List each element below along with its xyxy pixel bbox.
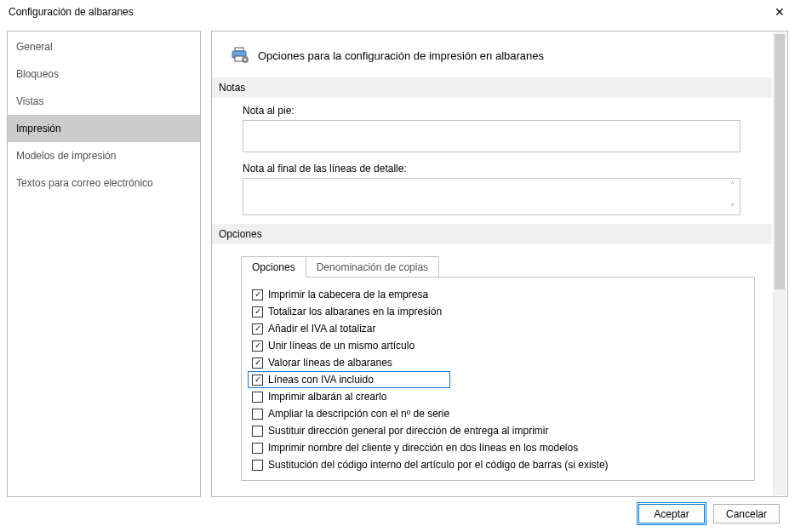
accept-button-label: Aceptar: [654, 508, 689, 520]
scrollbar[interactable]: [773, 32, 786, 495]
close-icon[interactable]: ✕: [771, 3, 788, 20]
tabs: OpcionesDenominación de copias: [241, 256, 764, 277]
label-nota-pie: Nota al pie:: [243, 105, 764, 117]
check-label-6: Imprimir albarán al crearlo: [268, 390, 386, 403]
svg-point-4: [244, 59, 247, 61]
check-row-10[interactable]: Sustitución del código interno del artíc…: [252, 456, 744, 473]
check-label-5: Líneas con IVA incluido: [268, 373, 374, 386]
accept-button[interactable]: Aceptar: [638, 504, 705, 523]
check-label-8: Sustituir dirección general por direcció…: [268, 424, 548, 438]
dialog-footer: Aceptar Cancelar: [0, 497, 795, 532]
tab-panel-opciones: ✓Imprimir la cabecera de la empresa✓Tota…: [241, 277, 755, 481]
section-opciones-header: Opciones: [212, 224, 772, 244]
checkbox-9[interactable]: [252, 443, 263, 454]
label-nota-final: Nota al final de las líneas de detalle:: [243, 163, 764, 174]
content: GeneralBloqueosVistasImpresiónModelos de…: [0, 24, 795, 497]
sidebar-item-0[interactable]: General: [8, 33, 200, 60]
sidebar: GeneralBloqueosVistasImpresiónModelos de…: [7, 31, 201, 497]
page-heading: Opciones para la configuración de impres…: [258, 49, 544, 62]
check-row-3[interactable]: ✓Unir líneas de un mismo artículo: [252, 337, 744, 354]
printer-gear-icon: [231, 47, 249, 64]
field-nota-final: Nota al final de las líneas de detalle: …: [227, 161, 764, 224]
input-nota-pie[interactable]: [243, 120, 741, 152]
check-label-4: Valorar líneas de albaranes: [268, 356, 392, 369]
sidebar-item-4[interactable]: Modelos de impresión: [8, 142, 200, 169]
input-nota-final[interactable]: ˄ ˅: [243, 178, 741, 215]
check-row-0[interactable]: ✓Imprimir la cabecera de la empresa: [252, 286, 744, 303]
checkbox-1[interactable]: ✓: [252, 306, 263, 317]
check-label-0: Imprimir la cabecera de la empresa: [268, 288, 428, 301]
check-label-3: Unir líneas de un mismo artículo: [268, 339, 415, 352]
check-row-9[interactable]: Imprimir nombre del cliente y dirección …: [252, 439, 744, 456]
checkbox-4[interactable]: ✓: [252, 358, 263, 369]
checkbox-10[interactable]: [252, 460, 263, 471]
textarea-scroll[interactable]: ˄ ˅: [725, 180, 739, 214]
main-panel: Opciones para la configuración de impres…: [211, 31, 788, 497]
check-label-2: Añadir el IVA al totalizar: [268, 322, 376, 335]
page-heading-row: Opciones para la configuración de impres…: [231, 47, 764, 64]
check-row-6[interactable]: Imprimir albarán al crearlo: [252, 388, 744, 405]
check-row-2[interactable]: ✓Añadir el IVA al totalizar: [252, 320, 744, 337]
cancel-button-label: Cancelar: [726, 508, 767, 520]
sidebar-item-3[interactable]: Impresión: [8, 115, 200, 142]
field-nota-pie: Nota al pie:: [227, 98, 764, 161]
cancel-button[interactable]: Cancelar: [713, 504, 780, 523]
check-label-7: Ampliar la descripción con el nº de seri…: [268, 407, 449, 420]
checkbox-5[interactable]: ✓: [252, 375, 263, 386]
check-label-9: Imprimir nombre del cliente y dirección …: [268, 441, 578, 455]
check-row-8[interactable]: Sustituir dirección general por direcció…: [252, 422, 744, 439]
checkbox-6[interactable]: [252, 392, 263, 403]
check-label-1: Totalizar los albaranes en la impresión: [268, 305, 442, 318]
checkbox-0[interactable]: ✓: [252, 289, 263, 300]
titlebar: Configuración de albaranes ✕: [0, 0, 795, 24]
check-row-5[interactable]: ✓Líneas con IVA incluido: [248, 371, 450, 388]
checkbox-2[interactable]: ✓: [252, 323, 263, 335]
sidebar-item-5[interactable]: Textos para correo electrónico: [8, 169, 200, 197]
check-row-4[interactable]: ✓Valorar líneas de albaranes: [252, 354, 744, 371]
svg-rect-0: [235, 48, 243, 51]
check-row-7[interactable]: Ampliar la descripción con el nº de seri…: [252, 405, 744, 422]
check-row-1[interactable]: ✓Totalizar los albaranes en la impresión: [252, 303, 744, 320]
tab-0[interactable]: Opciones: [241, 256, 306, 277]
check-label-10: Sustitución del código interno del artíc…: [268, 458, 609, 472]
sidebar-item-2[interactable]: Vistas: [8, 88, 200, 115]
tab-1[interactable]: Denominación de copias: [306, 256, 439, 277]
checkbox-7[interactable]: [252, 409, 263, 420]
checkbox-8[interactable]: [252, 426, 263, 437]
scrollbar-thumb[interactable]: [775, 34, 785, 289]
sidebar-item-1[interactable]: Bloqueos: [8, 60, 200, 88]
scroll-down-icon[interactable]: ˅: [725, 202, 739, 214]
scroll-up-icon[interactable]: ˄: [725, 180, 739, 192]
section-notas-header: Notas: [212, 77, 772, 98]
window-title: Configuración de albaranes: [9, 6, 134, 18]
checkbox-3[interactable]: ✓: [252, 340, 263, 352]
